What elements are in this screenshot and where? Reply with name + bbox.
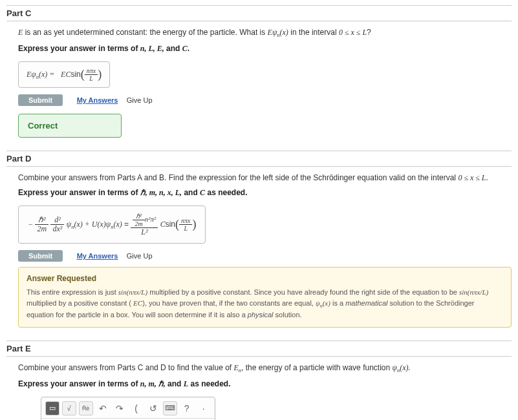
- tool-redo-icon[interactable]: ↷: [113, 401, 127, 415]
- editor-toolbar: ▭ √ Řė ↶ ↷ ( ↺ ⌨ ? ·: [41, 397, 215, 419]
- tool-undo-icon[interactable]: ↶: [96, 401, 110, 415]
- give-up-link[interactable]: Give Up: [127, 252, 153, 260]
- tool-template-icon[interactable]: ▭: [45, 401, 59, 415]
- give-up-link[interactable]: Give Up: [127, 96, 153, 104]
- feedback-correct: Correct: [18, 114, 122, 138]
- part-d-prompt: Combine your answers from Parts A and B.…: [18, 172, 512, 184]
- part-d-answer-box: − ℏ²2m d²dx² ψn(x) + U(x)ψn(x) = ℏ²2mn²π…: [18, 205, 206, 244]
- part-e-prompt: Combine your answers from Parts C and D …: [18, 362, 512, 375]
- my-answers-link[interactable]: My Answers: [77, 96, 118, 104]
- part-e-header: Part E: [6, 341, 512, 357]
- part-c-header: Part C: [6, 5, 512, 21]
- tool-vector-icon[interactable]: Řė: [79, 401, 93, 415]
- part-d-hint: Express your answer in terms of ℏ, m, n,…: [18, 188, 512, 198]
- answer-editor[interactable]: ▭ √ Řė ↶ ↷ ( ↺ ⌨ ? · ( (−ℏ²2m): [41, 397, 215, 420]
- part-c-hint: Express your answer in terms of n, L, E,…: [18, 44, 512, 54]
- part-d-header: Part D: [6, 151, 512, 167]
- answer-requested-body: This entire expression is just sin(nπx/L…: [27, 287, 503, 320]
- tool-keyboard-icon[interactable]: ⌨: [163, 401, 177, 415]
- answer-requested: Answer Requested This entire expression …: [18, 267, 512, 328]
- part-c-answer-box: Eψn(x) = ECsin(nπxL): [18, 61, 110, 88]
- tool-paren-icon[interactable]: (: [129, 401, 144, 415]
- tool-help-icon[interactable]: ?: [180, 401, 194, 415]
- my-answers-link[interactable]: My Answers: [77, 252, 118, 260]
- tool-sqrt-icon[interactable]: √: [62, 401, 76, 415]
- part-c-prompt: E is an as yet undetermined constant: th…: [18, 26, 512, 40]
- tool-more-icon[interactable]: ·: [197, 401, 211, 415]
- submit-button[interactable]: Submit: [18, 94, 63, 106]
- answer-requested-title: Answer Requested: [27, 274, 503, 283]
- tool-reset-icon[interactable]: ↺: [146, 401, 160, 415]
- part-e-hint: Express your answer in terms of n, m, ℏ,…: [18, 379, 512, 389]
- submit-button[interactable]: Submit: [18, 250, 63, 262]
